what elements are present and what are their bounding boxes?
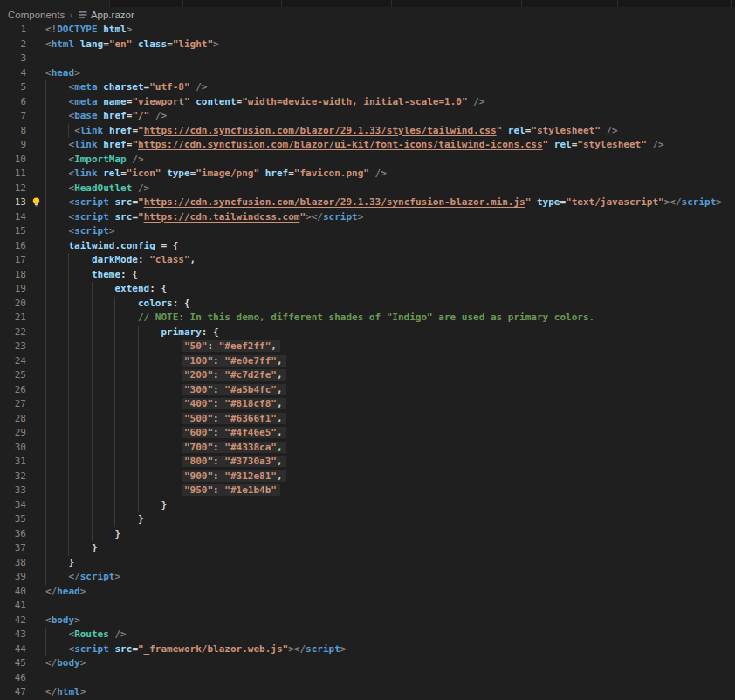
code-line-23[interactable]: 23 "50": "#eef2ff", [0,340,735,354]
code-line-18[interactable]: 18 theme: { [0,268,735,283]
code-line-5[interactable]: 5 <meta charset="utf-8" /> [0,80,735,95]
editor[interactable]: 1<!DOCTYPE html>2<html lang="en" class="… [0,22,735,700]
code-line-43[interactable]: 43 <Routes /> [0,628,735,642]
code-line-33[interactable]: 33 "950": "#1e1b4b" [0,484,735,498]
code-line-19[interactable]: 19 extend: { [0,282,735,297]
code-line-15[interactable]: 15 <script> [0,224,735,239]
line-number[interactable]: 8 [0,124,26,139]
line-number[interactable]: 34 [0,498,26,513]
line-number[interactable]: 30 [0,441,26,456]
line-number[interactable]: 36 [0,527,26,542]
line-number[interactable]: 14 [0,210,26,225]
line-number[interactable]: 18 [0,268,26,283]
editor-tab-bar[interactable] [0,0,735,7]
line-number[interactable]: 6 [0,95,26,110]
line-number[interactable]: 32 [0,470,26,484]
code-line-37[interactable]: 37 } [0,541,735,556]
line-number[interactable]: 19 [0,282,26,297]
line-number[interactable]: 40 [0,585,26,600]
code-line-24[interactable]: 24 "100": "#e0e7ff", [0,354,735,369]
line-number[interactable]: 7 [0,109,26,124]
code-line-8[interactable]: 8 <link href="https://cdn.syncfusion.com… [0,124,735,139]
code-line-11[interactable]: 11 <link rel="icon" type="image/png" hre… [0,167,735,182]
code-line-42[interactable]: 42<body> [0,614,735,628]
code-line-46[interactable]: 46 [0,671,735,686]
code-line-1[interactable]: 1<!DOCTYPE html> [0,23,735,38]
active-tab[interactable] [0,0,109,7]
line-number[interactable]: 44 [0,642,26,657]
code-line-30[interactable]: 30 "700": "#4338ca", [0,441,735,456]
breadcrumb-item-components[interactable]: Components [8,10,65,20]
line-number[interactable]: 16 [0,239,26,254]
code-line-21[interactable]: 21 // NOTE: In this demo, different shad… [0,311,735,326]
line-number[interactable]: 45 [0,656,26,671]
line-number[interactable]: 38 [0,556,26,571]
code-line-16[interactable]: 16 tailwind.config = { [0,239,735,254]
line-number[interactable]: 20 [0,297,26,312]
line-number[interactable]: 25 [0,368,26,383]
code-line-35[interactable]: 35 } [0,512,735,527]
code-line-29[interactable]: 29 "600": "#4f46e5", [0,426,735,441]
line-number[interactable]: 15 [0,224,26,239]
code-line-26[interactable]: 26 "300": "#a5b4fc", [0,383,735,398]
line-number[interactable]: 10 [0,153,26,168]
line-number[interactable]: 22 [0,326,26,340]
lightbulb-icon[interactable] [26,196,45,210]
line-number[interactable]: 4 [0,66,26,81]
line-number[interactable]: 5 [0,80,26,95]
code-line-3[interactable]: 3 [0,51,735,66]
line-number[interactable]: 3 [0,51,26,66]
code-line-14[interactable]: 14 <script src="https://cdn.tailwindcss.… [0,210,735,225]
line-number[interactable]: 29 [0,426,26,441]
code-line-28[interactable]: 28 "500": "#6366f1", [0,412,735,427]
code-line-36[interactable]: 36 } [0,527,735,542]
code-line-34[interactable]: 34 } [0,498,735,513]
code-line-22[interactable]: 22 primary: { [0,326,735,340]
line-number[interactable]: 2 [0,38,26,52]
code-line-10[interactable]: 10 <ImportMap /> [0,153,735,168]
line-number[interactable]: 47 [0,685,26,700]
code-line-41[interactable]: 41 [0,599,735,614]
code-line-25[interactable]: 25 "200": "#c7d2fe", [0,368,735,383]
breadcrumb-item-file[interactable]: App.razor [91,10,134,20]
line-number[interactable]: 39 [0,570,26,585]
line-number[interactable]: 24 [0,354,26,369]
line-number[interactable]: 43 [0,628,26,642]
line-number[interactable]: 21 [0,311,26,326]
line-number[interactable]: 28 [0,412,26,427]
code-line-45[interactable]: 45</body> [0,656,735,671]
code-line-9[interactable]: 9 <link href="https://cdn.syncfusion.com… [0,138,735,153]
line-number[interactable]: 12 [0,182,26,196]
line-number[interactable]: 35 [0,512,26,527]
line-number[interactable]: 1 [0,23,26,38]
code-line-20[interactable]: 20 colors: { [0,297,735,312]
code-line-17[interactable]: 17 darkMode: "class", [0,253,735,268]
code-line-6[interactable]: 6 <meta name="viewport" content="width=d… [0,95,735,110]
code-line-27[interactable]: 27 "400": "#818cf8", [0,397,735,412]
code-line-12[interactable]: 12 <HeadOutlet /> [0,182,735,196]
line-number[interactable]: 46 [0,671,26,686]
line-number[interactable]: 17 [0,253,26,268]
code-line-13[interactable]: 13 <script src="https://cdn.syncfusion.c… [0,196,735,210]
line-number[interactable]: 13 [0,196,26,210]
code-line-44[interactable]: 44 <script src="_framework/blazor.web.js… [0,642,735,657]
line-number[interactable]: 41 [0,599,26,614]
line-number[interactable]: 42 [0,614,26,628]
code-line-4[interactable]: 4<head> [0,66,735,81]
line-number[interactable]: 9 [0,138,26,153]
code-line-47[interactable]: 47</html> [0,685,735,700]
code-line-39[interactable]: 39 </script> [0,570,735,585]
line-number[interactable]: 11 [0,167,26,182]
line-number[interactable]: 27 [0,397,26,412]
code-line-31[interactable]: 31 "800": "#3730a3", [0,455,735,470]
line-number[interactable]: 37 [0,541,26,556]
code-line-38[interactable]: 38 } [0,556,735,571]
line-number[interactable]: 23 [0,340,26,354]
code-line-40[interactable]: 40</head> [0,585,735,600]
code-line-2[interactable]: 2<html lang="en" class="light"> [0,38,735,52]
line-number[interactable]: 31 [0,455,26,470]
code-line-32[interactable]: 32 "900": "#312e81", [0,470,735,484]
line-number[interactable]: 26 [0,383,26,398]
line-number[interactable]: 33 [0,484,26,498]
code-line-7[interactable]: 7 <base href="/" /> [0,109,735,124]
